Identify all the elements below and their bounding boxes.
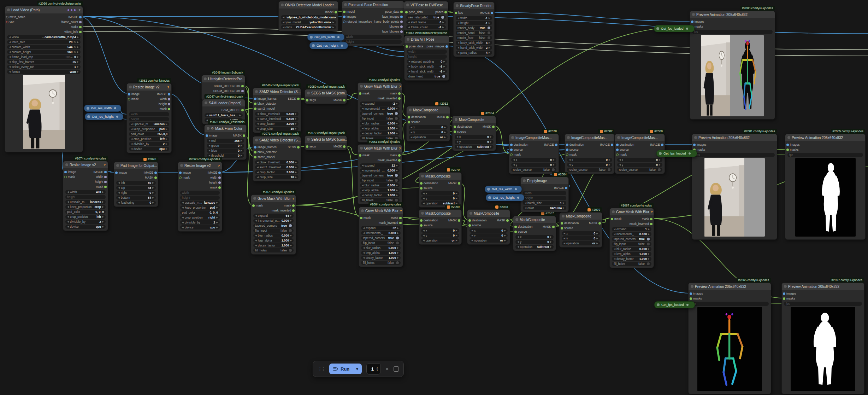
widget-decrement[interactable]: ◀: [118, 196, 120, 199]
collapse-button[interactable]: [488, 196, 491, 199]
output-port[interactable]: [689, 152, 691, 155]
widget-increment[interactable]: ▶: [443, 70, 445, 73]
widget-crop_factor[interactable]: ◀crop_factor3.000▶: [255, 122, 299, 126]
widget-decrement[interactable]: ◀: [411, 131, 412, 134]
widget-divisible_by[interactable]: ◀divisible_by2▶: [65, 220, 106, 224]
widget-increment[interactable]: ▶: [166, 143, 167, 145]
node-titlebar[interactable]: Resize Image v2?: [127, 83, 171, 91]
widget-expand[interactable]: ◀expand32▶: [361, 226, 401, 230]
widget-x[interactable]: ◀x0▶: [562, 231, 600, 236]
widget-decrement[interactable]: ◀: [471, 234, 473, 237]
widget-decrement[interactable]: ◀: [131, 138, 132, 140]
input-port-vae[interactable]: [6, 21, 8, 23]
output-port-MASK[interactable]: [446, 116, 449, 118]
widget-fps[interactable]: fps: [784, 302, 862, 306]
widget-increment[interactable]: ▶: [290, 234, 292, 237]
input-port-mask[interactable]: [128, 98, 130, 100]
widget-increment[interactable]: ▶: [77, 51, 79, 53]
input-port-source[interactable]: [616, 149, 619, 151]
widget-increment[interactable]: ▶: [397, 251, 399, 254]
output-port-model[interactable]: [335, 11, 337, 13]
input-port-image[interactable]: [206, 134, 208, 137]
toggle-knob[interactable]: [289, 249, 292, 252]
help-icon[interactable]: ?: [399, 85, 401, 88]
widget-decrement[interactable]: ◀: [182, 221, 184, 224]
widget-operation[interactable]: ◀operationsubtract▶: [455, 145, 494, 149]
input-port-destination[interactable]: [514, 226, 517, 228]
help-icon[interactable]: ?: [292, 197, 294, 201]
node-titlebar[interactable]: ImageCompositeMas...: [509, 134, 559, 141]
help-icon[interactable]: ?: [218, 164, 220, 168]
help-icon[interactable]: ?: [399, 146, 401, 150]
widget-resize_source[interactable]: resize_sourcefalse: [511, 168, 556, 172]
output-port-MASK[interactable]: [458, 219, 460, 222]
widget-increment[interactable]: ▶: [396, 189, 398, 192]
input-port-mask[interactable]: [179, 176, 182, 179]
queue-option-icon[interactable]: [71, 9, 72, 11]
widget-force_rate[interactable]: ◀force_rate20↻▶: [7, 40, 81, 44]
widget-y[interactable]: ◀y0▶: [511, 163, 556, 167]
node-ri63[interactable]: #2063 comfyui-kjnodesResize Image v2?ima…: [178, 162, 222, 232]
widget-decrement[interactable]: ◀: [423, 239, 425, 242]
collapse-button[interactable]: [255, 139, 258, 141]
widget-combo[interactable]: ◀sam2.1_hiera_base_ ...▶: [205, 113, 243, 117]
widget-decrement[interactable]: ◀: [456, 140, 458, 143]
output-port[interactable]: [686, 28, 688, 30]
widget-body_stick_width[interactable]: ◀body_stick_width-1▶: [407, 64, 447, 69]
widget-decrement[interactable]: ◀: [131, 128, 132, 130]
widget-custom_height[interactable]: ◀custom_height960↻▶: [7, 50, 81, 54]
widget-flip_input[interactable]: flip_inputfalse: [612, 242, 651, 246]
widget-decrement[interactable]: ◀: [411, 126, 412, 129]
widget-decrement[interactable]: ◀: [257, 117, 259, 120]
widget-red[interactable]: ◀red255▶: [207, 139, 244, 143]
toggle-knob[interactable]: [395, 174, 398, 177]
widget-blur_radius[interactable]: ◀blur_radius0.000▶: [361, 246, 401, 250]
input-port-destination[interactable]: [420, 219, 423, 222]
widget-y[interactable]: ◀y0▶: [470, 233, 508, 238]
input-port-mask[interactable]: [566, 153, 568, 156]
input-port-source[interactable]: [420, 224, 423, 227]
collapse-button[interactable]: [409, 109, 412, 111]
widget-increment[interactable]: ▶: [290, 214, 292, 217]
queue-option-icon[interactable]: [74, 9, 76, 11]
widget-blur_radius[interactable]: ◀blur_radius0.000▶: [612, 247, 651, 251]
widget-decrement[interactable]: ◀: [363, 246, 365, 249]
widget-tapered_corners[interactable]: tapered_cornerstrue: [361, 236, 401, 240]
collapse-button[interactable]: [657, 303, 660, 306]
output-port-mask[interactable]: [650, 218, 653, 220]
widget-tapered_corners[interactable]: tapered_cornerstrue: [612, 237, 651, 241]
widget-device[interactable]: ◀devicecpu▶: [129, 147, 169, 151]
node-mc54[interactable]: #2054MaskCompositedestinationMASKsource◀…: [452, 116, 496, 151]
widget-increment[interactable]: ▶: [241, 139, 242, 142]
collapsed-node-Get_fps_loaded[interactable]: Get_fps_loaded: [654, 301, 695, 308]
widget-decrement[interactable]: ◀: [408, 65, 410, 68]
widget-increment[interactable]: ▶: [443, 65, 445, 68]
input-port-image_frames[interactable]: [254, 98, 256, 100]
widget-width[interactable]: width: [523, 191, 566, 195]
node-titlebar[interactable]: MaskComposite: [407, 106, 450, 114]
collapse-button[interactable]: [562, 215, 565, 217]
toggle-knob[interactable]: [395, 199, 398, 202]
input-port-kps[interactable]: [455, 12, 457, 14]
input-port-image[interactable]: [179, 172, 182, 174]
widget-expand[interactable]: ◀expand64▶: [253, 214, 294, 218]
node-titlebar[interactable]: Resize Image v2?: [178, 162, 222, 169]
collapse-button[interactable]: [281, 4, 284, 6]
input-port-bbox_detector[interactable]: [254, 103, 256, 105]
widget-decrement[interactable]: ◀: [614, 233, 615, 236]
collapse-button[interactable]: [116, 164, 119, 167]
node-g51[interactable]: #2051 comfyui-kjnodesGrow Mask With Blur…: [358, 144, 402, 204]
widget-height[interactable]: height: [344, 40, 402, 44]
widget-fill_holes[interactable]: fill_holesfalse: [361, 261, 401, 265]
widget-decrement[interactable]: ◀: [257, 127, 259, 130]
widget-decrement[interactable]: ◀: [471, 239, 473, 242]
widget-flip_input[interactable]: flip_inputfalse: [360, 178, 400, 182]
widget-decrement[interactable]: ◀: [423, 197, 425, 200]
input-port-images[interactable]: [690, 292, 692, 295]
input-port-bbox_detector[interactable]: [254, 151, 256, 153]
node-g75[interactable]: #2075 comfyui-kjnodesGrow Mask With Blur…: [251, 194, 296, 255]
collapse-button[interactable]: [310, 36, 313, 39]
node-mc70[interactable]: #2070MaskCompositedestinationMASKsource◀…: [419, 172, 462, 208]
widget-decrement[interactable]: ◀: [257, 112, 259, 115]
input-port-source[interactable]: [454, 130, 456, 133]
